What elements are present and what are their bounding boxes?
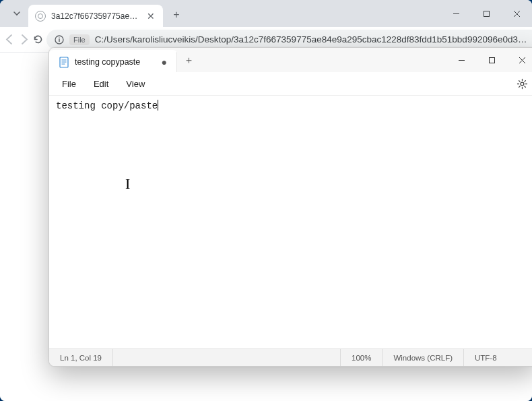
notepad-titlebar[interactable]: testing copypaste ● ＋ xyxy=(49,48,532,72)
url-text: C:/Users/karolisliucveikis/Desktop/3a12c… xyxy=(95,34,527,44)
menu-file[interactable]: File xyxy=(55,75,84,92)
text-caret-icon xyxy=(158,100,158,111)
svg-rect-1 xyxy=(484,11,490,16)
notepad-window: testing copypaste ● ＋ File Edit View tes… xyxy=(48,47,532,367)
plus-icon: + xyxy=(173,9,179,21)
file-scheme-label: File xyxy=(73,36,86,44)
status-eol: Windows (CRLF) xyxy=(382,349,463,366)
ibeam-cursor-icon: I xyxy=(125,175,130,193)
status-encoding: UTF-8 xyxy=(463,349,532,366)
chrome-maximize-button[interactable] xyxy=(471,0,502,27)
notepad-new-tab-button[interactable]: ＋ xyxy=(177,48,200,72)
tab-title: 3a12c7f667359775ae84e9a295… xyxy=(51,11,140,21)
document-icon xyxy=(59,56,69,68)
back-button[interactable] xyxy=(4,29,15,51)
reload-button[interactable] xyxy=(32,29,44,51)
notepad-menubar: File Edit View xyxy=(49,72,532,96)
status-spacer xyxy=(112,349,340,366)
notepad-maximize-button[interactable] xyxy=(477,48,507,72)
editor-text: testing copy/paste xyxy=(56,100,158,111)
file-scheme-chip: File xyxy=(69,34,90,45)
notepad-tab[interactable]: testing copypaste ● xyxy=(49,50,177,72)
globe-favicon-icon xyxy=(35,11,46,22)
menu-edit[interactable]: Edit xyxy=(86,75,116,92)
dirty-indicator-icon: ● xyxy=(162,57,167,67)
chrome-window-controls xyxy=(441,0,532,27)
browser-tab[interactable]: 3a12c7f667359775ae84e9a295… ✕ xyxy=(28,5,163,27)
gear-icon xyxy=(517,78,528,90)
svg-rect-4 xyxy=(59,39,59,42)
svg-rect-13 xyxy=(490,57,495,63)
editor-area[interactable]: testing copy/paste I xyxy=(49,96,532,348)
notepad-close-button[interactable] xyxy=(507,48,532,72)
status-bar: Ln 1, Col 19 100% Windows (CRLF) UTF-8 xyxy=(49,348,532,366)
status-position: Ln 1, Col 19 xyxy=(49,349,112,366)
notepad-minimize-button[interactable] xyxy=(446,48,477,72)
chrome-new-tab-button[interactable]: + xyxy=(167,5,186,24)
chrome-minimize-button[interactable] xyxy=(441,0,471,27)
svg-point-14 xyxy=(521,82,524,86)
info-icon[interactable] xyxy=(55,35,64,44)
chrome-close-button[interactable] xyxy=(502,0,532,27)
status-zoom[interactable]: 100% xyxy=(340,349,382,366)
address-bar[interactable]: File C:/Users/karolisliucveikis/Desktop/… xyxy=(46,30,532,50)
tab-search-button[interactable] xyxy=(7,4,26,23)
notepad-window-controls xyxy=(446,48,532,72)
menu-view[interactable]: View xyxy=(119,75,152,92)
notepad-tab-title: testing copypaste xyxy=(75,57,140,67)
chrome-titlebar: 3a12c7f667359775ae84e9a295… ✕ + xyxy=(0,0,532,27)
forward-button[interactable] xyxy=(18,29,30,51)
tab-close-icon[interactable]: ✕ xyxy=(145,11,156,22)
svg-point-3 xyxy=(59,37,60,38)
settings-button[interactable] xyxy=(512,73,532,94)
